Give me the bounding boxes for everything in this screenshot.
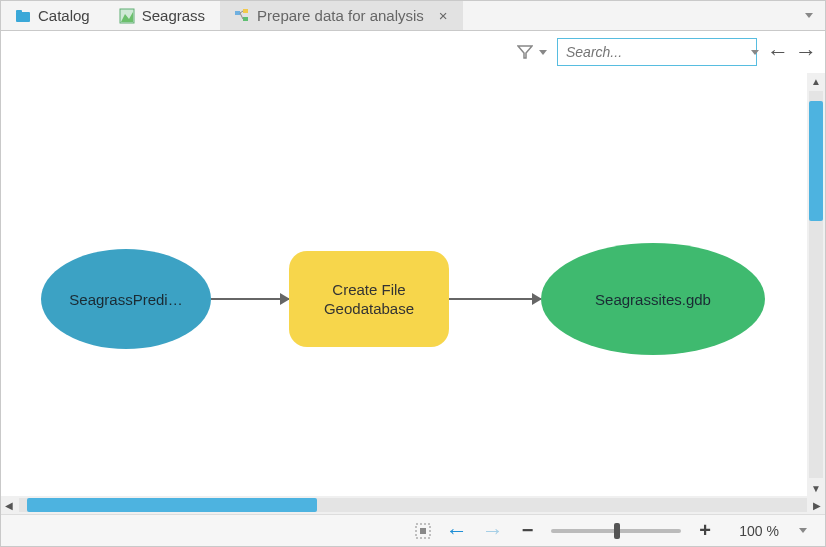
chevron-down-icon (539, 50, 547, 55)
svg-marker-9 (518, 46, 532, 58)
horizontal-scrollbar[interactable]: ◀ ▶ (1, 496, 825, 514)
model-output-label: Seagrassites.gdb (595, 291, 711, 308)
zoom-slider[interactable] (551, 529, 681, 533)
filter-button[interactable] (517, 44, 547, 60)
vertical-scrollbar[interactable]: ▲ ▼ (807, 73, 825, 496)
zoom-out-button[interactable]: − (518, 519, 538, 542)
catalog-icon (15, 8, 31, 24)
tab-label: Seagrass (142, 7, 205, 24)
search-input[interactable] (564, 43, 745, 61)
history-back-button[interactable]: ← (767, 41, 789, 63)
fit-to-window-button[interactable] (414, 522, 432, 540)
tab-bar: Catalog Seagrass Prepare data for analys… (1, 1, 825, 31)
scroll-thumb[interactable] (809, 101, 823, 221)
svg-line-8 (240, 13, 243, 19)
scroll-down-button[interactable]: ▼ (808, 480, 824, 496)
svg-rect-0 (16, 12, 30, 22)
view-forward-button[interactable]: → (482, 518, 504, 544)
tab-overflow-dropdown[interactable] (805, 13, 813, 18)
model-toolbar: ← → (1, 31, 825, 73)
svg-line-7 (240, 11, 243, 13)
funnel-icon (517, 44, 533, 60)
scroll-track[interactable] (19, 498, 807, 512)
connector-arrow[interactable] (449, 298, 541, 300)
svg-rect-4 (235, 11, 240, 15)
map-layer-icon (119, 8, 135, 24)
tab-prepare-data[interactable]: Prepare data for analysis × (220, 1, 463, 30)
svg-rect-1 (16, 10, 22, 13)
model-canvas[interactable]: SeagrassPredi… Create File Geodatabase S… (1, 73, 807, 496)
zoom-in-button[interactable]: + (695, 519, 715, 542)
history-forward-button[interactable]: → (795, 41, 817, 63)
status-bar: ← → − + 100 % (1, 514, 825, 546)
tab-seagrass[interactable]: Seagrass (105, 1, 220, 30)
model-tool-label: Create File Geodatabase (295, 280, 443, 319)
model-output-data[interactable]: Seagrassites.gdb (541, 243, 765, 355)
tab-catalog[interactable]: Catalog (1, 1, 105, 30)
fit-icon (414, 522, 432, 540)
modelbuilder-icon (234, 8, 250, 24)
zoom-dropdown[interactable] (799, 528, 807, 533)
scroll-left-button[interactable]: ◀ (1, 497, 17, 513)
scroll-thumb[interactable] (27, 498, 317, 512)
scroll-track[interactable] (809, 91, 823, 478)
model-tool[interactable]: Create File Geodatabase (289, 251, 449, 347)
search-box[interactable] (557, 38, 757, 66)
model-input-variable[interactable]: SeagrassPredi… (41, 249, 211, 349)
tab-label: Catalog (38, 7, 90, 24)
scroll-up-button[interactable]: ▲ (808, 73, 824, 89)
svg-rect-13 (420, 528, 426, 534)
zoom-slider-handle[interactable] (614, 523, 620, 539)
zoom-percent-label: 100 % (729, 523, 779, 539)
view-back-button[interactable]: ← (446, 518, 468, 544)
svg-rect-5 (243, 9, 248, 13)
connector-arrow[interactable] (211, 298, 289, 300)
close-icon[interactable]: × (439, 7, 448, 24)
svg-rect-6 (243, 17, 248, 21)
tab-label: Prepare data for analysis (257, 7, 424, 24)
search-dropdown-icon[interactable] (751, 50, 759, 55)
scroll-right-button[interactable]: ▶ (809, 497, 825, 513)
model-input-label: SeagrassPredi… (69, 291, 182, 308)
